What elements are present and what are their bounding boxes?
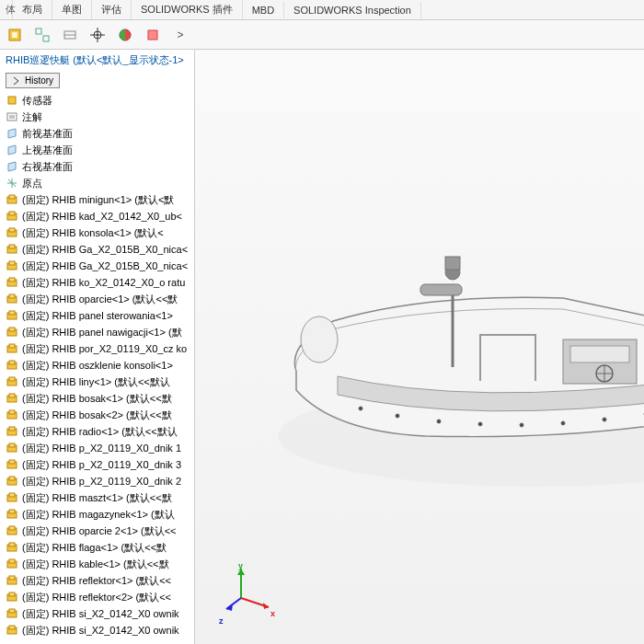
svg-rect-40	[9, 361, 15, 364]
component-node[interactable]: (固定) RHIB magazynek<1> (默认	[4, 506, 194, 523]
svg-point-80	[561, 421, 565, 425]
svg-rect-20	[9, 195, 15, 199]
tab-mbd[interactable]: MBD	[243, 2, 284, 18]
tree-label: 原点	[22, 176, 42, 190]
tree-label: 前视基准面	[22, 126, 73, 141]
component-icon	[6, 491, 18, 504]
component-node[interactable]: (固定) RHIB konsola<1> (默认<	[4, 224, 194, 241]
tab-sketch[interactable]: 单图	[52, 0, 92, 19]
component-node[interactable]: (固定) RHIB bosak<1> (默认<<默	[4, 390, 194, 407]
component-icon	[6, 326, 18, 339]
component-node[interactable]: (固定) RHIB kad_X2_0142_X0_ub<	[4, 208, 194, 224]
svg-rect-70	[9, 609, 15, 613]
plane-icon	[6, 127, 18, 140]
component-node[interactable]: (固定) RHIB p_X2_0119_X0_dnik 1	[4, 440, 194, 456]
3d-viewport[interactable]: x y z	[195, 50, 644, 644]
svg-point-79	[520, 423, 523, 427]
history-button[interactable]: History	[6, 73, 60, 88]
svg-rect-30	[9, 278, 15, 282]
component-node[interactable]: (固定) RHIB si_X2_0142_X0 ownik	[4, 622, 194, 638]
component-node[interactable]: (固定) RHIB kable<1> (默认<<默	[4, 556, 194, 572]
view-icon[interactable]	[59, 24, 81, 46]
tree-label: (固定) RHIB kad_X2_0142_X0_ub<	[22, 209, 182, 224]
component-icon	[6, 259, 18, 272]
tree-label: (固定) RHIB Ga_X2_015B_X0_nica<	[22, 259, 188, 273]
component-node[interactable]: (固定) RHIB p_X2_0119_X0_dnik 2	[4, 473, 194, 489]
tree-label: 传感器	[22, 93, 52, 108]
tree-node[interactable]: 原点	[4, 175, 194, 191]
component-node[interactable]: (固定) RHIB oszklenie konsoli<1>	[4, 357, 194, 374]
component-icon	[6, 524, 18, 537]
component-icon	[6, 624, 18, 637]
tree-label: (固定) RHIB oszklenie konsoli<1>	[22, 358, 173, 373]
assembly-icon[interactable]	[4, 24, 26, 46]
component-node[interactable]: (固定) RHIB ko_X2_0142_X0_o ratu	[4, 274, 194, 291]
center-icon[interactable]	[86, 24, 109, 46]
tree-label: (固定) RHIB bosak<2> (默认<<默	[22, 408, 172, 422]
component-node[interactable]: (固定) RHIB oparcie 2<1> (默认<<	[4, 523, 194, 539]
plane-icon	[6, 160, 18, 173]
component-icon	[6, 541, 18, 554]
svg-rect-24	[9, 228, 15, 232]
tab-layout[interactable]: 布局	[13, 0, 52, 19]
tree-label: (固定) RHIB radio<1> (默认<<默认	[22, 424, 178, 439]
rhib-boat-model	[241, 160, 644, 528]
svg-rect-64	[9, 559, 15, 563]
svg-rect-28	[9, 261, 15, 265]
tree-label: (固定) RHIB panel nawigacji<1> (默	[22, 325, 182, 339]
tree-label: (固定) RHIB por_X2_0119_X0_cz ko	[22, 341, 187, 356]
tree-node[interactable]: 注解	[4, 109, 194, 125]
component-node[interactable]: (固定) RHIB minigun<1> (默认<默	[4, 191, 194, 208]
component-node[interactable]: (固定) RHIB liny<1> (默认<<默认	[4, 374, 194, 390]
sensor-icon	[6, 94, 18, 107]
svg-rect-13	[7, 113, 17, 121]
tree-label: (固定) RHIB reflektor<1> (默认<<	[22, 573, 171, 588]
component-node[interactable]: (固定) RHIB radio<1> (默认<<默认	[4, 423, 194, 440]
panel-toolbar: >	[0, 20, 644, 50]
root-assembly-name[interactable]: RHIB巡逻快艇 (默认<默认_显示状态-1>	[0, 50, 194, 71]
svg-rect-2	[36, 29, 41, 34]
expand-icon[interactable]: >	[169, 24, 191, 46]
component-node[interactable]: (固定) RHIB p_X2_0119_X0_dnik 3	[4, 456, 194, 473]
svg-rect-46	[9, 410, 15, 414]
component-node[interactable]: (固定) RHIB panel sterowania<1>	[4, 307, 194, 324]
tab-inspection[interactable]: SOLIDWORKS Inspection	[284, 2, 421, 18]
component-icon	[6, 243, 18, 256]
tree-label: (固定) RHIB p_X2_0119_X0_dnik 2	[22, 474, 181, 489]
origin-triad-icon	[223, 561, 278, 616]
appearance-icon[interactable]	[114, 24, 136, 46]
tree-node[interactable]: 传感器	[4, 92, 194, 109]
tree-node[interactable]: 前视基准面	[4, 125, 194, 142]
component-icon	[6, 276, 18, 289]
component-icon	[6, 591, 18, 604]
component-node[interactable]: (固定) RHIB maszt<1> (默认<<默	[4, 489, 194, 506]
component-node[interactable]: (固定) RHIB bosak<2> (默认<<默	[4, 407, 194, 423]
component-icon	[6, 375, 18, 388]
tree-label: (固定) RHIB liny<1> (默认<<默认	[22, 374, 170, 389]
tree-label: 上视基准面	[22, 143, 73, 157]
tree-label: (固定) RHIB p_X2_0119_X0_dnik 1	[22, 441, 181, 455]
tree-label: (固定) RHIB oparcie 2<1> (默认<<	[22, 523, 177, 538]
component-node[interactable]: (固定) RHIB flaga<1> (默认<<默	[4, 539, 194, 556]
tree-node[interactable]: 上视基准面	[4, 142, 194, 158]
tab-evaluate[interactable]: 评估	[92, 0, 132, 19]
tab-addins[interactable]: SOLIDWORKS 插件	[132, 0, 243, 19]
tree-label: (固定) RHIB Ga_X2_015B_X0_nica<	[22, 242, 188, 257]
component-icon	[6, 210, 18, 223]
note-icon	[6, 110, 18, 123]
component-icon	[6, 442, 18, 454]
component-node[interactable]: (固定) RHIB reflektor<2> (默认<<	[4, 589, 194, 605]
component-icon	[6, 359, 18, 372]
component-node[interactable]: (固定) RHIB si_X2_0142_X0 ownik	[4, 605, 194, 622]
tree-node[interactable]: 右视基准面	[4, 158, 194, 175]
component-node[interactable]: (固定) RHIB panel nawigacji<1> (默	[4, 324, 194, 340]
filter-icon[interactable]	[142, 24, 164, 46]
component-node[interactable]: (固定) RHIB por_X2_0119_X0_cz ko	[4, 340, 194, 357]
component-node[interactable]: (固定) RHIB Ga_X2_015B_X0_nica<	[4, 258, 194, 274]
component-node[interactable]: (固定) RHIB oparcie<1> (默认<<默	[4, 291, 194, 307]
component-node[interactable]: (固定) RHIB Ga_X2_015B_X0_nica<	[4, 241, 194, 258]
tab-item[interactable]: 体	[4, 0, 13, 19]
tree-label: (固定) RHIB si_X2_0142_X0 ownik	[22, 606, 179, 621]
hide-show-icon[interactable]	[31, 24, 53, 46]
component-node[interactable]: (固定) RHIB reflektor<1> (默认<<	[4, 572, 194, 589]
